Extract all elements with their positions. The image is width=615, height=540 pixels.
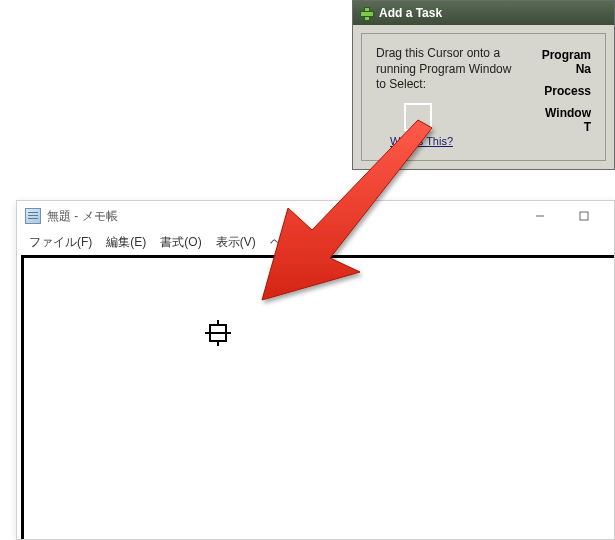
process-label: Process (542, 84, 591, 98)
drag-instruction: Drag this Cursor onto a running Program … (376, 46, 522, 93)
menu-view[interactable]: 表示(V) (210, 232, 262, 253)
add-task-titlebar[interactable]: Add a Task (353, 1, 614, 25)
add-task-body: Drag this Cursor onto a running Program … (353, 25, 614, 169)
notepad-text-area[interactable] (21, 255, 614, 539)
menu-help[interactable]: ヘルプ(H) (264, 232, 329, 253)
notepad-title: 無題 - メモ帳 (47, 208, 118, 225)
plus-icon (359, 6, 373, 20)
menu-file[interactable]: ファイル(F) (23, 232, 98, 253)
whats-this-link[interactable]: What's This? (390, 135, 453, 147)
notepad-menubar: ファイル(F) 編集(E) 書式(O) 表示(V) ヘルプ(H) (17, 231, 614, 253)
window-title-label: Window T (542, 106, 591, 134)
add-task-title: Add a Task (379, 6, 442, 20)
add-task-window: Add a Task Drag this Cursor onto a runni… (352, 0, 615, 170)
drag-cursor-crosshair-icon[interactable] (205, 320, 231, 346)
notepad-window: 無題 - メモ帳 ファイル(F) 編集(E) 書式(O) 表示(V) ヘルプ(H… (16, 200, 615, 540)
maximize-button[interactable] (562, 202, 606, 230)
panel-left: Drag this Cursor onto a running Program … (376, 46, 522, 150)
drag-cursor-source[interactable] (404, 103, 432, 131)
notepad-titlebar[interactable]: 無題 - メモ帳 (17, 201, 614, 231)
notepad-icon (25, 208, 41, 224)
panel-right: Program Na Process Window T (542, 46, 591, 150)
svg-rect-1 (580, 212, 588, 220)
minimize-button[interactable] (518, 202, 562, 230)
menu-format[interactable]: 書式(O) (154, 232, 207, 253)
program-name-label: Program Na (542, 48, 591, 76)
menu-edit[interactable]: 編集(E) (100, 232, 152, 253)
add-task-panel: Drag this Cursor onto a running Program … (361, 33, 606, 161)
window-controls (518, 202, 606, 230)
